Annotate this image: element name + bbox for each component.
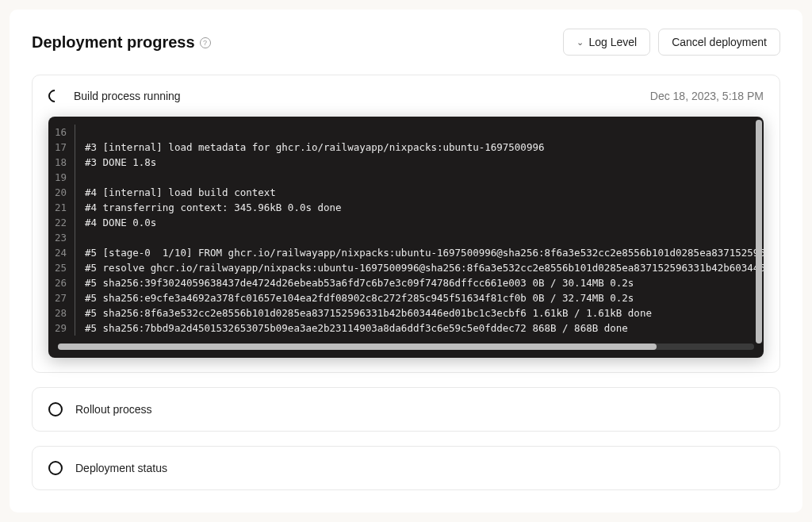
circle-icon [48, 461, 63, 475]
log-row: 26#5 sha256:39f3024059638437de4724d26ebe… [48, 275, 764, 290]
line-content: #4 transferring context: 345.96kB 0.0s d… [75, 200, 342, 215]
horizontal-scrollbar-thumb[interactable] [58, 344, 657, 350]
rollout-panel-left: Rollout process [48, 402, 152, 416]
log-row: 19 [48, 170, 764, 185]
log-row: 29#5 sha256:7bbd9a2d4501532653075b09ea3a… [48, 320, 764, 336]
line-content: #5 sha256:8f6a3e532cc2e8556b101d0285ea83… [75, 305, 652, 320]
main-card: Deployment progress ? ⌄ Log Level Cancel… [10, 10, 802, 512]
cancel-deployment-button[interactable]: Cancel deployment [658, 29, 780, 56]
line-number: 29 [48, 320, 75, 336]
line-content: #5 sha256:39f3024059638437de4724d26ebeab… [75, 275, 634, 290]
log-row: 21#4 transferring context: 345.96kB 0.0s… [48, 200, 764, 215]
page-title: Deployment progress [32, 33, 195, 52]
line-number: 19 [48, 170, 75, 185]
terminal: 1617#3 [internal] load metadata for ghcr… [48, 117, 764, 358]
line-number: 16 [48, 125, 75, 140]
horizontal-scrollbar-track[interactable] [58, 344, 754, 350]
build-panel-header: Build process running Dec 18, 2023, 5:18… [48, 90, 764, 102]
rollout-panel-title: Rollout process [75, 403, 152, 416]
build-timestamp: Dec 18, 2023, 5:18 PM [650, 90, 764, 102]
circle-icon [48, 402, 63, 416]
line-content: #4 DONE 0.0s [75, 215, 156, 230]
cancel-label: Cancel deployment [672, 36, 767, 48]
log-row: 18#3 DONE 1.8s [48, 155, 764, 170]
log-area[interactable]: 1617#3 [internal] load metadata for ghcr… [48, 125, 764, 340]
log-level-button[interactable]: ⌄ Log Level [563, 29, 650, 56]
line-content: #3 [internal] load metadata for ghcr.io/… [75, 140, 544, 155]
line-content [75, 170, 85, 185]
log-row: 25#5 resolve ghcr.io/railwayapp/nixpacks… [48, 260, 764, 275]
log-row: 20#4 [internal] load build context [48, 185, 764, 200]
status-panel-left: Deployment status [48, 461, 167, 475]
line-content [75, 125, 85, 140]
line-number: 28 [48, 305, 75, 320]
log-row: 27#5 sha256:e9cfe3a4692a378fc01657e104ea… [48, 290, 764, 305]
line-number: 22 [48, 215, 75, 230]
line-number: 27 [48, 290, 75, 305]
line-number: 18 [48, 155, 75, 170]
status-panel-title: Deployment status [75, 462, 167, 474]
title-wrap: Deployment progress ? [32, 33, 211, 52]
line-number: 24 [48, 245, 75, 260]
vertical-scrollbar[interactable] [756, 120, 762, 344]
line-number: 26 [48, 275, 75, 290]
line-content: #5 [stage-0 1/10] FROM ghcr.io/railwayap… [75, 245, 764, 260]
build-panel-left: Build process running [48, 90, 181, 102]
line-number: 17 [48, 140, 75, 155]
status-panel[interactable]: Deployment status [32, 446, 780, 490]
log-row: 22#4 DONE 0.0s [48, 215, 764, 230]
chevron-down-icon: ⌄ [576, 37, 584, 48]
line-content: #5 sha256:7bbd9a2d4501532653075b09ea3ae2… [75, 320, 628, 336]
line-number: 23 [48, 230, 75, 245]
rollout-panel-header: Rollout process [48, 402, 764, 416]
log-row: 17#3 [internal] load metadata for ghcr.i… [48, 140, 764, 155]
rollout-panel[interactable]: Rollout process [32, 387, 780, 432]
line-number: 20 [48, 185, 75, 200]
line-content: #5 sha256:e9cfe3a4692a378fc01657e104ea2f… [75, 290, 634, 305]
line-content [75, 230, 85, 245]
line-content: #3 DONE 1.8s [75, 155, 156, 170]
build-panel: Build process running Dec 18, 2023, 5:18… [32, 75, 780, 373]
build-panel-title: Build process running [74, 90, 181, 102]
log-row: 16 [48, 125, 764, 140]
log-level-label: Log Level [588, 36, 637, 48]
header: Deployment progress ? ⌄ Log Level Cancel… [32, 29, 780, 56]
line-content: #5 resolve ghcr.io/railwayapp/nixpacks:u… [75, 260, 764, 275]
log-row: 28#5 sha256:8f6a3e532cc2e8556b101d0285ea… [48, 305, 764, 320]
header-actions: ⌄ Log Level Cancel deployment [563, 29, 780, 56]
status-panel-header: Deployment status [48, 461, 764, 475]
log-row: 23 [48, 230, 764, 245]
line-number: 25 [48, 260, 75, 275]
spinner-icon [46, 87, 64, 106]
line-content: #4 [internal] load build context [75, 185, 276, 200]
help-icon[interactable]: ? [200, 37, 211, 48]
log-row: 24#5 [stage-0 1/10] FROM ghcr.io/railway… [48, 245, 764, 260]
line-number: 21 [48, 200, 75, 215]
